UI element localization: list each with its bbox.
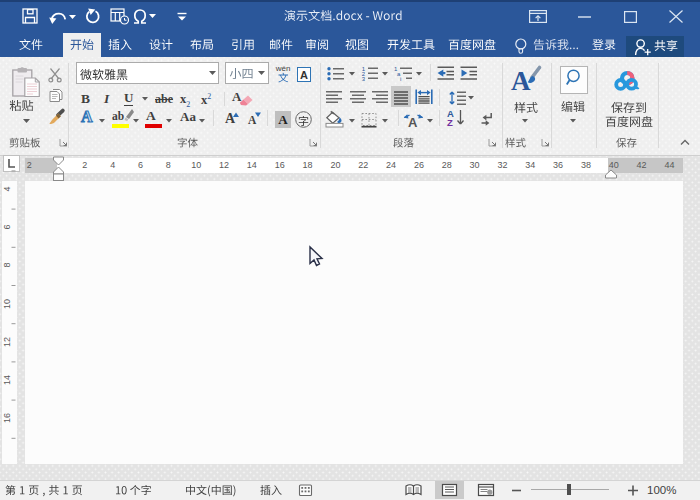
svg-text:3: 3 [362, 76, 366, 82]
svg-text:i: i [400, 76, 401, 82]
svg-text:A: A [511, 66, 531, 96]
